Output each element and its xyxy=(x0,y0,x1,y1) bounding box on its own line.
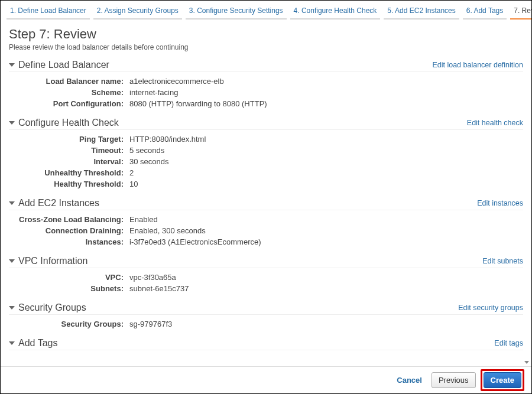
edit-security-groups-link[interactable]: Edit security groups xyxy=(458,304,523,312)
section-add-ec2-instances: Add EC2 Instances Edit instances Cross-Z… xyxy=(9,198,523,248)
kv-key: Security Groups xyxy=(9,320,127,328)
previous-button[interactable]: Previous xyxy=(432,372,476,388)
kv-value: vpc-3f30a65a xyxy=(127,273,176,282)
kv-key: Healthy Threshold xyxy=(9,180,127,188)
section-toggle-define-lb[interactable]: Define Load Balancer xyxy=(9,60,109,70)
kv-row: Subnets subnet-6e15c737 xyxy=(9,283,523,294)
kv-value: 30 seconds xyxy=(127,157,169,166)
section-title: Add EC2 Instances xyxy=(18,198,99,209)
section-title: VPC Information xyxy=(18,256,87,266)
kv-row: VPC vpc-3f30a65a xyxy=(9,272,523,283)
kv-row: Unhealthy Threshold 2 xyxy=(9,167,523,178)
review-content: Step 7: Review Please review the load ba… xyxy=(1,18,531,366)
kv-value: Enabled xyxy=(127,215,158,224)
caret-down-icon xyxy=(9,201,15,205)
kv-value: 5 seconds xyxy=(127,146,164,155)
kv-key: Instances xyxy=(9,237,127,246)
kv-value: sg-979767f3 xyxy=(127,320,172,328)
kv-row: Ping Target HTTP:8080/index.html xyxy=(9,133,523,145)
wizard-tabs: 1. Define Load Balancer 2. Assign Securi… xyxy=(1,1,531,19)
kv-row: Instances i-3f7e0ed3 (A1ElectronicsEcomm… xyxy=(9,236,523,248)
create-button-highlight: Create xyxy=(481,369,524,391)
section-toggle-add-tags[interactable]: Add Tags xyxy=(9,338,57,349)
caret-down-icon xyxy=(9,121,15,125)
kv-key: Scheme xyxy=(9,88,127,97)
kv-row: Healthy Threshold 10 xyxy=(9,178,523,190)
kv-row: Load Balancer name a1electronicecommerce… xyxy=(9,76,523,87)
kv-key: Unhealthy Threshold xyxy=(9,168,127,177)
section-toggle-ec2[interactable]: Add EC2 Instances xyxy=(9,198,99,209)
kv-key: Port Configuration xyxy=(9,99,127,108)
kv-value: a1electronicecommerce-elb xyxy=(127,77,224,86)
scroll-down-icon[interactable] xyxy=(524,361,529,364)
tab-configure-security-settings[interactable]: 3. Configure Security Settings xyxy=(186,4,287,19)
kv-value: HTTP:8080/index.html xyxy=(127,135,206,144)
kv-key: Ping Target xyxy=(9,135,127,144)
tab-add-ec2-instances[interactable]: 5. Add EC2 Instances xyxy=(384,4,459,19)
edit-load-balancer-definition-link[interactable]: Edit load balancer definition xyxy=(432,61,523,69)
section-title: Security Groups xyxy=(18,302,86,313)
tab-assign-security-groups[interactable]: 2. Assign Security Groups xyxy=(93,4,182,19)
caret-down-icon xyxy=(9,259,15,263)
section-add-tags: Add Tags Edit tags xyxy=(9,338,523,350)
kv-value: 2 xyxy=(127,168,134,177)
kv-key: Interval xyxy=(9,157,127,166)
kv-key: VPC xyxy=(9,273,127,282)
edit-tags-link[interactable]: Edit tags xyxy=(494,339,523,347)
kv-row: Cross-Zone Load Balancing Enabled xyxy=(9,214,523,225)
section-title: Add Tags xyxy=(18,338,57,349)
cancel-button[interactable]: Cancel xyxy=(392,373,427,388)
tab-review[interactable]: 7. Review xyxy=(510,4,532,19)
edit-health-check-link[interactable]: Edit health check xyxy=(467,119,523,127)
kv-row: Interval 30 seconds xyxy=(9,156,523,167)
caret-down-icon xyxy=(9,306,15,310)
kv-value: i-3f7e0ed3 (A1ElectronicsEcommerce) xyxy=(127,237,261,246)
kv-key: Load Balancer name xyxy=(9,77,127,86)
caret-down-icon xyxy=(9,63,15,67)
kv-row: Security Groups sg-979767f3 xyxy=(9,318,523,330)
kv-key: Subnets xyxy=(9,284,127,293)
edit-subnets-link[interactable]: Edit subnets xyxy=(482,257,523,265)
kv-value: 8080 (HTTP) forwarding to 8080 (HTTP) xyxy=(127,99,267,108)
section-title: Define Load Balancer xyxy=(18,60,109,70)
page-title: Step 7: Review xyxy=(9,27,523,42)
kv-row: Port Configuration 8080 (HTTP) forwardin… xyxy=(9,98,523,109)
kv-value: Enabled, 300 seconds xyxy=(127,226,206,235)
tab-configure-health-check[interactable]: 4. Configure Health Check xyxy=(290,4,381,19)
edit-instances-link[interactable]: Edit instances xyxy=(477,199,523,207)
section-configure-health-check: Configure Health Check Edit health check… xyxy=(9,118,523,190)
page-subtitle: Please review the load balancer details … xyxy=(9,43,523,51)
kv-row: Scheme internet-facing xyxy=(9,87,523,98)
section-define-load-balancer: Define Load Balancer Edit load balancer … xyxy=(9,60,523,109)
kv-row: Connection Draining Enabled, 300 seconds xyxy=(9,225,523,236)
kv-value: 10 xyxy=(127,180,138,188)
wizard-footer: Cancel Previous Create xyxy=(1,366,531,393)
section-toggle-health-check[interactable]: Configure Health Check xyxy=(9,118,119,128)
create-button[interactable]: Create xyxy=(484,372,521,388)
section-security-groups: Security Groups Edit security groups Sec… xyxy=(9,302,523,330)
section-toggle-security-groups[interactable]: Security Groups xyxy=(9,302,86,313)
kv-key: Connection Draining xyxy=(9,226,127,235)
caret-down-icon xyxy=(9,341,15,345)
section-vpc-information: VPC Information Edit subnets VPC vpc-3f3… xyxy=(9,256,523,294)
section-toggle-vpc[interactable]: VPC Information xyxy=(9,256,87,266)
kv-row: Timeout 5 seconds xyxy=(9,145,523,156)
kv-value: subnet-6e15c737 xyxy=(127,284,189,293)
kv-value: internet-facing xyxy=(127,88,178,97)
section-title: Configure Health Check xyxy=(18,118,119,128)
kv-key: Timeout xyxy=(9,146,127,155)
tab-add-tags[interactable]: 6. Add Tags xyxy=(463,4,507,19)
tab-define-load-balancer[interactable]: 1. Define Load Balancer xyxy=(7,4,90,19)
kv-key: Cross-Zone Load Balancing xyxy=(9,215,127,224)
